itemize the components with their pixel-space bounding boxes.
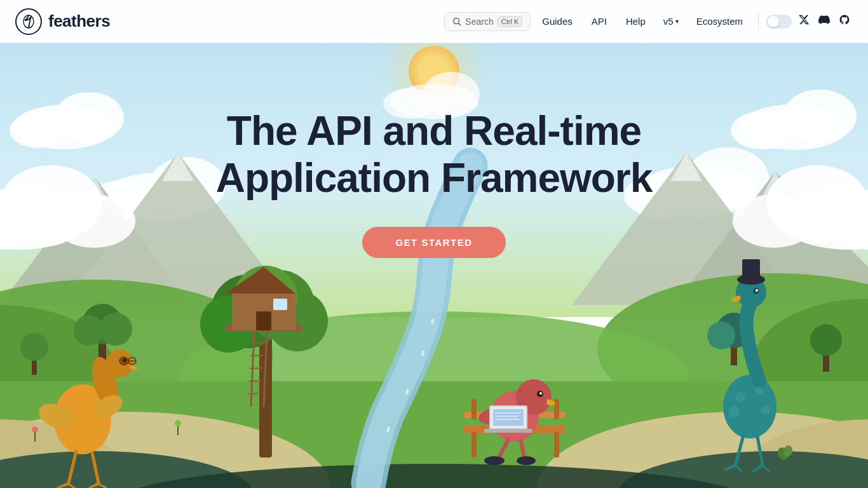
github-icon[interactable] [836, 11, 853, 31]
svg-line-88 [499, 440, 508, 458]
svg-point-33 [0, 451, 254, 488]
get-started-button[interactable]: GET STARTED [362, 227, 505, 258]
svg-rect-82 [554, 399, 559, 419]
svg-point-105 [735, 392, 745, 402]
svg-point-108 [761, 405, 770, 414]
svg-point-38 [74, 315, 104, 346]
svg-point-31 [538, 412, 868, 488]
svg-point-73 [36, 399, 79, 433]
svg-line-57 [251, 330, 254, 407]
svg-rect-53 [226, 324, 302, 332]
svg-point-46 [20, 333, 48, 361]
svg-point-74 [90, 391, 126, 423]
svg-rect-36 [98, 330, 106, 362]
nav-guides[interactable]: Guides [534, 12, 580, 30]
svg-point-66 [87, 354, 122, 409]
svg-rect-81 [471, 399, 477, 419]
svg-rect-80 [554, 432, 559, 458]
svg-point-85 [537, 391, 543, 397]
nav-divider [758, 13, 759, 30]
search-shortcut: Ctrl K [498, 17, 523, 27]
svg-rect-28 [0, 381, 868, 488]
svg-point-90 [484, 456, 505, 465]
hero-content: The API and Real-time Application Framew… [193, 108, 675, 258]
svg-point-39 [99, 313, 132, 346]
svg-point-67 [105, 349, 133, 377]
svg-rect-94 [484, 429, 532, 433]
svg-point-106 [756, 387, 763, 395]
svg-point-26 [754, 299, 868, 426]
navbar-links: Search Ctrl K Guides API Help v5 ▾ Ecosy… [444, 11, 853, 31]
svg-point-117 [175, 420, 181, 426]
nav-ecosystem[interactable]: Ecosystem [689, 12, 750, 30]
sun-illustration [409, 46, 459, 97]
svg-point-87 [477, 406, 507, 426]
svg-point-44 [810, 324, 842, 356]
svg-point-113 [782, 444, 794, 458]
svg-line-63 [248, 393, 261, 394]
svg-point-115 [32, 426, 38, 433]
svg-point-41 [716, 313, 752, 348]
svg-point-29 [0, 412, 330, 488]
svg-point-69 [123, 358, 126, 362]
svg-point-70 [119, 357, 128, 365]
svg-rect-79 [471, 432, 477, 458]
svg-line-59 [252, 342, 264, 343]
svg-point-34 [616, 451, 868, 488]
svg-point-107 [728, 406, 740, 417]
svg-line-128 [459, 23, 461, 25]
svg-rect-92 [489, 405, 527, 430]
logo-icon[interactable] [15, 8, 42, 35]
discord-icon[interactable] [816, 11, 832, 31]
svg-rect-47 [259, 330, 272, 458]
hero-section: The API and Real-time Application Framew… [0, 0, 868, 488]
svg-line-58 [264, 330, 267, 407]
nav-help[interactable]: Help [618, 12, 653, 30]
svg-point-99 [723, 375, 776, 438]
svg-point-35 [116, 464, 752, 488]
svg-rect-45 [32, 353, 37, 375]
logo-text: feathers [48, 11, 110, 31]
svg-line-110 [757, 437, 763, 464]
svg-point-112 [776, 446, 790, 461]
svg-point-91 [517, 456, 536, 465]
svg-rect-93 [491, 407, 526, 428]
theme-toggle-button[interactable] [766, 15, 792, 29]
svg-rect-95 [493, 409, 524, 426]
navbar: feathers Search Ctrl K Guides API Help v… [0, 0, 868, 43]
nav-version[interactable]: v5 ▾ [657, 12, 685, 30]
svg-rect-77 [464, 426, 566, 433]
svg-point-68 [120, 357, 128, 365]
svg-line-89 [521, 441, 524, 458]
svg-line-76 [92, 452, 98, 483]
svg-point-42 [707, 322, 735, 349]
svg-point-24 [0, 305, 114, 432]
svg-point-27 [180, 311, 688, 438]
svg-point-30 [0, 419, 127, 488]
navbar-brand: feathers [15, 8, 110, 35]
chevron-down-icon: ▾ [675, 18, 679, 25]
svg-point-84 [516, 379, 552, 415]
svg-line-75 [69, 451, 76, 483]
svg-rect-43 [823, 346, 829, 372]
theme-toggle-thumb [768, 16, 779, 27]
svg-point-71 [128, 358, 136, 365]
twitter-icon[interactable] [796, 11, 812, 31]
nav-api[interactable]: API [584, 12, 614, 30]
svg-line-60 [250, 355, 263, 356]
search-button[interactable]: Search Ctrl K [444, 12, 531, 31]
svg-line-61 [250, 368, 262, 369]
hero-title: The API and Real-time Application Framew… [193, 108, 675, 201]
svg-line-109 [736, 435, 743, 464]
svg-line-62 [248, 381, 261, 381]
svg-point-32 [741, 419, 868, 488]
search-icon [452, 17, 461, 26]
svg-point-83 [491, 391, 539, 442]
svg-rect-78 [464, 412, 566, 418]
svg-point-86 [539, 392, 542, 395]
search-label: Search [465, 17, 493, 27]
svg-rect-40 [731, 337, 737, 365]
svg-point-65 [54, 384, 111, 454]
